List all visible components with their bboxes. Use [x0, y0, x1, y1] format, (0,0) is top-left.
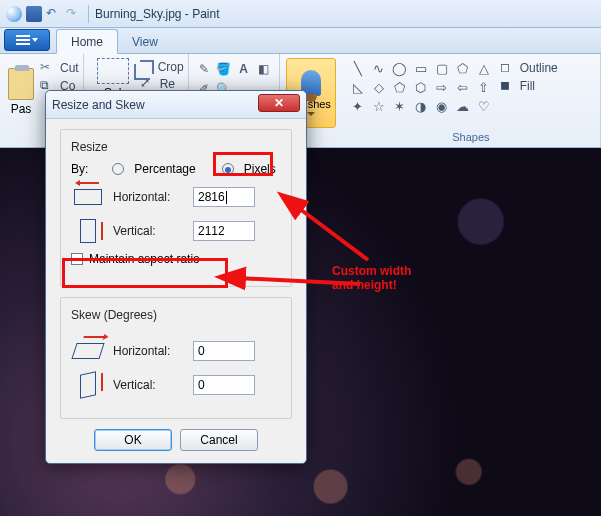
- cut-button[interactable]: ✂Cut: [40, 60, 79, 76]
- resize-horizontal-input[interactable]: 2816: [193, 187, 255, 207]
- shape-triangle-icon[interactable]: △: [474, 59, 494, 77]
- resize-skew-dialog: Resize and Skew ✕ Resize By: Percentage …: [45, 90, 307, 464]
- app-icon: [6, 6, 22, 22]
- window-titlebar: ↶ ↷ Burning_Sky.jpg - Paint: [0, 0, 601, 28]
- horizontal-resize-icon: [71, 184, 105, 210]
- paste-label: Pas: [11, 102, 32, 116]
- text-icon[interactable]: A: [235, 60, 253, 78]
- fill-bucket-icon: ◼: [500, 78, 516, 94]
- shape-curve-icon[interactable]: ∿: [369, 59, 389, 77]
- shape-star6-icon[interactable]: ✶: [390, 97, 410, 115]
- cancel-button[interactable]: Cancel: [180, 429, 258, 451]
- quick-access-toolbar: ↶ ↷: [26, 6, 82, 22]
- ribbon-tabs: Home View: [0, 28, 601, 54]
- shape-callout-oval-icon[interactable]: ◉: [432, 97, 452, 115]
- shape-hexagon-icon[interactable]: ⬡: [411, 78, 431, 96]
- tab-home[interactable]: Home: [56, 29, 118, 54]
- shape-diamond-icon[interactable]: ◇: [369, 78, 389, 96]
- shape-star5-icon[interactable]: ☆: [369, 97, 389, 115]
- pencil-icon[interactable]: ✎: [195, 60, 213, 78]
- shape-roundrect-icon[interactable]: ▢: [432, 59, 452, 77]
- close-icon: ✕: [274, 96, 284, 110]
- crop-button[interactable]: Crop: [140, 60, 184, 74]
- vertical-label: Vertical:: [113, 224, 185, 238]
- annotation-text: Custom width and height!: [332, 265, 411, 293]
- resize-group: Resize By: Percentage Pixels Horizontal:…: [60, 129, 292, 287]
- chevron-down-icon: [32, 38, 38, 42]
- scissors-icon: ✂: [40, 60, 56, 76]
- file-menu-button[interactable]: [4, 29, 50, 51]
- skew-horizontal-input[interactable]: 0: [193, 341, 255, 361]
- skew-horizontal-label: Horizontal:: [113, 344, 185, 358]
- vertical-skew-icon: [71, 372, 105, 398]
- tab-view[interactable]: View: [118, 30, 172, 53]
- shape-rtriangle-icon[interactable]: ◺: [348, 78, 368, 96]
- skew-legend: Skew (Degrees): [67, 308, 161, 322]
- by-label: By:: [71, 162, 88, 176]
- chevron-down-icon: [307, 112, 315, 116]
- text-caret: [226, 191, 227, 204]
- pixels-radio[interactable]: [222, 163, 234, 175]
- ribbon-group-label: Shapes: [346, 129, 596, 145]
- redo-icon[interactable]: ↷: [66, 6, 82, 22]
- dialog-titlebar[interactable]: Resize and Skew ✕: [46, 91, 306, 119]
- percentage-label: Percentage: [134, 162, 195, 176]
- skew-vertical-input[interactable]: 0: [193, 375, 255, 395]
- resize-vertical-input[interactable]: 2112: [193, 221, 255, 241]
- shape-line-icon[interactable]: ╲: [348, 59, 368, 77]
- maintain-aspect-checkbox[interactable]: [71, 253, 83, 265]
- skew-group: Skew (Degrees) Horizontal: 0 Vertical: 0: [60, 297, 292, 419]
- shape-arrowr-icon[interactable]: ⇨: [432, 78, 452, 96]
- maintain-aspect-label: Maintain aspect ratio: [89, 252, 200, 266]
- shapes-gallery[interactable]: ╲ ∿ ◯ ▭ ▢ ⬠ △ ◺ ◇ ⬠ ⬡ ⇨ ⇦ ⇧ ✦ ☆ ✶ ◑ ◉ ☁: [346, 56, 496, 118]
- shape-star4-icon[interactable]: ✦: [348, 97, 368, 115]
- shape-arrowl-icon[interactable]: ⇦: [453, 78, 473, 96]
- undo-icon[interactable]: ↶: [46, 6, 62, 22]
- select-icon: [97, 58, 129, 84]
- horizontal-skew-icon: [71, 338, 105, 364]
- shape-polygon-icon[interactable]: ⬠: [453, 59, 473, 77]
- shape-heart-icon[interactable]: ♡: [474, 97, 494, 115]
- percentage-radio[interactable]: [112, 163, 124, 175]
- shape-rect-icon[interactable]: ▭: [411, 59, 431, 77]
- fill-icon[interactable]: 🪣: [215, 60, 233, 78]
- eraser-icon[interactable]: ◧: [255, 60, 273, 78]
- paste-button[interactable]: Pas: [4, 56, 38, 116]
- horizontal-label: Horizontal:: [113, 190, 185, 204]
- crop-icon: [140, 60, 154, 74]
- ribbon-group-shapes: ╲ ∿ ◯ ▭ ▢ ⬠ △ ◺ ◇ ⬠ ⬡ ⇨ ⇦ ⇧ ✦ ☆ ✶ ◑ ◉ ☁: [342, 54, 601, 147]
- outline-icon: ◻: [500, 60, 516, 76]
- shape-pentagon-icon[interactable]: ⬠: [390, 78, 410, 96]
- clipboard-icon: [8, 68, 34, 100]
- pixels-label: Pixels: [244, 162, 276, 176]
- window-title: Burning_Sky.jpg - Paint: [95, 7, 220, 21]
- shape-callout-round-icon[interactable]: ◑: [411, 97, 431, 115]
- shape-arrowu-icon[interactable]: ⇧: [474, 78, 494, 96]
- close-button[interactable]: ✕: [258, 94, 300, 112]
- fill-button[interactable]: ◼Fill: [500, 78, 558, 94]
- resize-legend: Resize: [67, 140, 112, 154]
- save-icon[interactable]: [26, 6, 42, 22]
- shape-oval-icon[interactable]: ◯: [390, 59, 410, 77]
- vertical-resize-icon: [71, 218, 105, 244]
- ok-button[interactable]: OK: [94, 429, 172, 451]
- skew-vertical-label: Vertical:: [113, 378, 185, 392]
- shape-callout-cloud-icon[interactable]: ☁: [453, 97, 473, 115]
- outline-button[interactable]: ◻Outline: [500, 60, 558, 76]
- dialog-title: Resize and Skew: [52, 98, 258, 112]
